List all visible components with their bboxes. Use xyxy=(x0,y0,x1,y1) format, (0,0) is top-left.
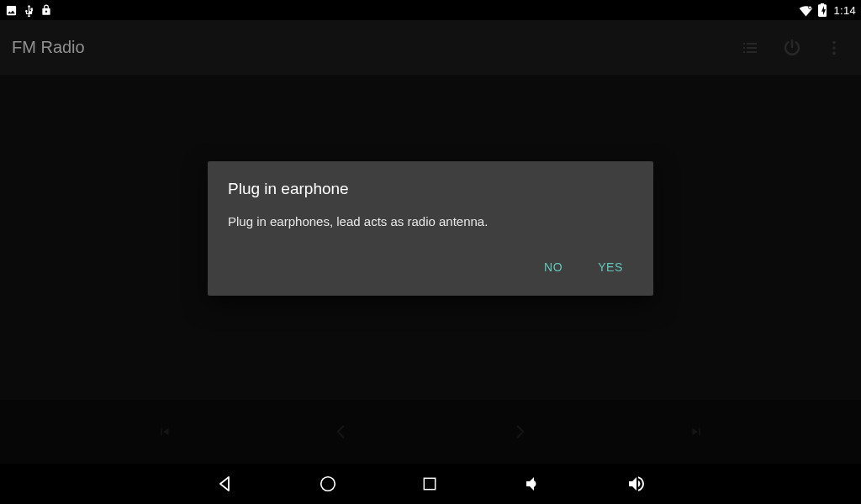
nav-volume-high-icon[interactable] xyxy=(626,474,647,494)
plug-in-earphone-dialog: Plug in earphone Plug in earphones, lead… xyxy=(208,161,653,296)
dialog-scrim[interactable]: Plug in earphone Plug in earphones, lead… xyxy=(0,20,861,464)
wifi-icon xyxy=(799,4,813,17)
status-clock: 1:14 xyxy=(833,4,856,17)
nav-volume-low-icon[interactable] xyxy=(522,474,542,494)
nav-back-icon[interactable] xyxy=(214,474,235,494)
lock-icon xyxy=(40,4,52,16)
system-navigation-bar xyxy=(0,464,861,504)
image-icon xyxy=(5,4,18,17)
status-left-group xyxy=(5,4,52,17)
status-right-group: 1:14 xyxy=(799,3,856,17)
dialog-message: Plug in earphones, lead acts as radio an… xyxy=(228,213,633,230)
system-status-bar: 1:14 xyxy=(0,0,861,20)
no-button[interactable]: NO xyxy=(541,255,566,279)
svg-rect-6 xyxy=(424,478,435,489)
nav-recents-icon[interactable] xyxy=(421,475,438,492)
usb-icon xyxy=(23,4,35,17)
nav-home-icon[interactable] xyxy=(319,475,337,493)
dialog-actions: NO YES xyxy=(228,255,633,286)
yes-button[interactable]: YES xyxy=(594,255,626,279)
svg-point-1 xyxy=(810,6,812,8)
battery-charging-icon xyxy=(818,3,827,17)
svg-point-5 xyxy=(321,477,335,491)
dialog-title: Plug in earphone xyxy=(228,180,633,198)
